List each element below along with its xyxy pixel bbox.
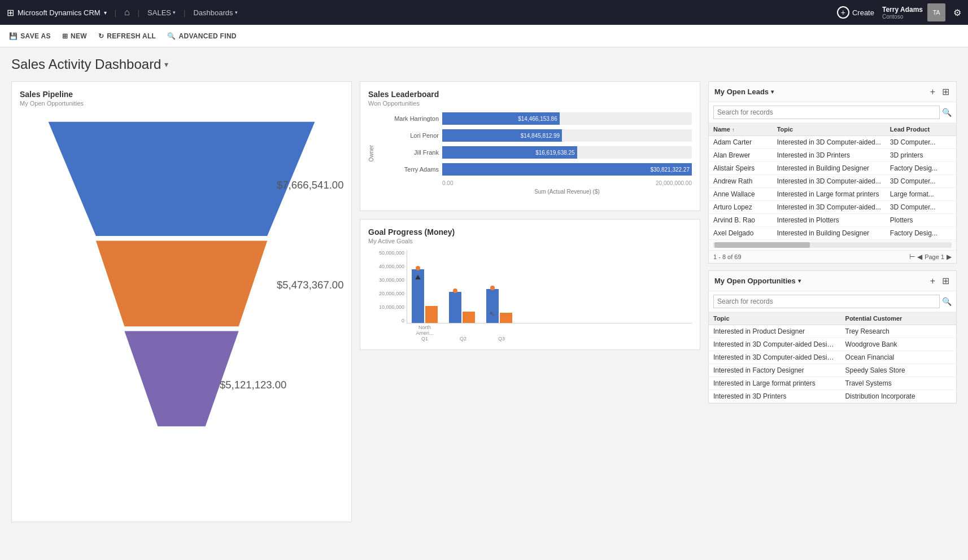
leads-table-row[interactable]: Alan Brewer Interested in 3D Printers 3D… [709, 149, 956, 162]
bar-fill-2: $16,619,638.25 [442, 146, 577, 159]
leads-cell-name: Axel Delgado [709, 227, 773, 240]
leads-table-row[interactable]: Arturo Lopez Interested in 3D Computer-a… [709, 201, 956, 214]
goal-marker-circle-0 [416, 266, 420, 270]
opps-panel-title[interactable]: My Open Opportunities ▾ [714, 277, 801, 285]
leads-view-button[interactable]: ⊞ [941, 86, 950, 97]
goal-progress-card: Goal Progress (Money) My Active Goals 50… [360, 219, 700, 350]
opps-search-row: 🔍 [709, 291, 956, 312]
leads-col-product[interactable]: Lead Product [886, 123, 956, 136]
y-label-2: 20,000,000 [368, 291, 404, 296]
opps-table-header: Topic Potential Customer [709, 312, 956, 325]
leads-cell-topic: Interested in Building Designer [773, 227, 886, 240]
leads-table-row[interactable]: Anne Wallace Interested in Large format … [709, 188, 956, 201]
leads-col-name[interactable]: Name ↑ [709, 123, 773, 136]
opps-cell-topic: Interested in Product Designer [709, 325, 841, 338]
new-button[interactable]: ⊞ NEW [62, 32, 87, 40]
my-open-opps-panel: My Open Opportunities ▾ + ⊞ 🔍 Topic [708, 270, 957, 404]
opps-view-button[interactable]: ⊞ [941, 275, 950, 286]
leads-col-topic[interactable]: Topic [773, 123, 886, 136]
middle-column: Sales Leaderboard Won Opportunities Owne… [360, 81, 700, 350]
leads-next-page-btn[interactable]: ▶ [947, 253, 952, 261]
leads-panel-actions: + ⊞ [929, 86, 950, 97]
leads-table-row[interactable]: Adam Carter Interested in 3D Computer-ai… [709, 136, 956, 149]
refresh-all-button[interactable]: ↻ REFRESH ALL [98, 32, 156, 40]
nav-sales-label: SALES [147, 8, 171, 17]
leads-prev-page-btn[interactable]: ◀ [917, 253, 922, 261]
sales-pipeline-card: Sales Pipeline My Open Opportunities $7,… [11, 81, 352, 522]
opps-add-button[interactable]: + [929, 275, 936, 286]
refresh-icon: ↻ [98, 32, 104, 40]
bar-track-0: $14,466,153.86 [442, 112, 692, 125]
funnel-level-1[interactable] [49, 122, 315, 236]
goal-x-label-empty2 [488, 325, 515, 336]
leads-search-input[interactable] [713, 106, 940, 119]
nav-sales[interactable]: SALES ▾ [147, 8, 176, 17]
opps-table: Topic Potential Customer Interested in P… [709, 312, 956, 403]
leads-cell-product: Factory Desig... [886, 227, 956, 240]
sort-icon: ↑ [732, 127, 735, 133]
save-as-button[interactable]: 💾 SAVE AS [9, 32, 51, 40]
leads-cell-name: Arturo Lopez [709, 201, 773, 214]
funnel-level-2[interactable] [96, 241, 267, 327]
nav-dashboards[interactable]: Dashboards ▾ [193, 8, 237, 17]
main-content: Sales Activity Dashboard ▾ Sales Pipelin… [0, 47, 968, 531]
opps-panel-header: My Open Opportunities ▾ + ⊞ [709, 271, 956, 291]
leads-cell-name: Andrew Rath [709, 175, 773, 188]
y-label-1: 10,000,000 [368, 304, 404, 310]
goal-group-0 [412, 269, 438, 323]
avatar[interactable]: TA [927, 3, 945, 21]
leads-table-row[interactable]: Arvind B. Rao Interested in Plotters Plo… [709, 214, 956, 227]
new-label: NEW [71, 32, 87, 40]
opps-table-row[interactable]: Interested in 3D Computer-aided Design (… [709, 338, 956, 351]
goal-y-axis: 50,000,000 40,000,000 30,000,000 20,000,… [368, 250, 407, 323]
leaderboard-x-label: Sum (Actual Revenue) ($) [377, 189, 692, 195]
leads-table-row[interactable]: Alistair Speirs Interested in Building D… [709, 162, 956, 175]
goal-chart: 50,000,000 40,000,000 30,000,000 20,000,… [368, 250, 692, 342]
opps-table-row[interactable]: Interested in 3D Computer-aided Design (… [709, 351, 956, 364]
opps-cell-customer: Trey Research [841, 325, 956, 338]
leads-scrollbar[interactable] [713, 242, 952, 248]
opps-title-label: My Open Opportunities [714, 277, 796, 285]
brand-arrow[interactable]: ▾ [104, 10, 107, 16]
goal-bar-orange-1 [463, 312, 475, 323]
brand[interactable]: ⊞ Microsoft Dynamics CRM ▾ [7, 7, 107, 18]
leads-search-icon[interactable]: 🔍 [942, 108, 952, 117]
create-button[interactable]: + Create [837, 6, 874, 19]
leads-table-row[interactable]: Axel Delgado Interested in Building Desi… [709, 227, 956, 240]
goal-progress-title: Goal Progress (Money) [368, 228, 692, 237]
opps-table-row[interactable]: Interested in Large format printers Trav… [709, 377, 956, 390]
leads-add-button[interactable]: + [929, 86, 936, 97]
page-title-arrow[interactable]: ▾ [164, 60, 168, 69]
opps-table-row[interactable]: Interested in Factory Designer Speedy Sa… [709, 364, 956, 377]
user-name: Terry Adams [882, 6, 923, 14]
bar-name-0: Mark Harrington [377, 115, 439, 122]
leads-panel-title[interactable]: My Open Leads ▾ [714, 88, 774, 96]
opps-col-customer[interactable]: Potential Customer [841, 312, 956, 325]
bar-name-1: Lori Penor [377, 132, 439, 139]
opps-col-topic[interactable]: Topic [709, 312, 841, 325]
leads-table-row[interactable]: Andrew Rath Interested in 3D Computer-ai… [709, 175, 956, 188]
opps-title-arrow: ▾ [798, 278, 801, 284]
opps-table-row[interactable]: Interested in 3D Printers Distribution I… [709, 390, 956, 403]
goal-group-1 [449, 292, 475, 323]
settings-icon[interactable]: ⚙ [953, 7, 961, 18]
leads-first-page-btn[interactable]: ⊢ [909, 253, 915, 261]
goal-x-labels: North Ameri... [407, 325, 692, 336]
advanced-find-label: ADVANCED FIND [178, 32, 236, 40]
create-label: Create [852, 8, 874, 17]
refresh-label: REFRESH ALL [107, 32, 156, 40]
leads-page-label: Page 1 [925, 253, 944, 260]
advanced-find-button[interactable]: 🔍 ADVANCED FIND [167, 32, 237, 40]
x-tick-1: 20,000,000.00 [656, 180, 692, 186]
opps-search-input[interactable] [713, 295, 940, 308]
opps-search-icon[interactable]: 🔍 [942, 297, 952, 306]
leads-cell-name: Arvind B. Rao [709, 214, 773, 227]
brand-icon: ⊞ [7, 7, 14, 18]
leads-cell-name: Anne Wallace [709, 188, 773, 201]
bar-track-2: $16,619,638.25 [442, 146, 692, 159]
nav-right: + Create Terry Adams Contoso TA ⚙ [837, 3, 961, 21]
opps-table-row[interactable]: Interested in Product Designer Trey Rese… [709, 325, 956, 338]
cursor-icon-2: ↖ [489, 309, 496, 318]
home-icon[interactable]: ⌂ [124, 7, 130, 18]
bar-track-1: $14,845,812.99 [442, 129, 692, 142]
